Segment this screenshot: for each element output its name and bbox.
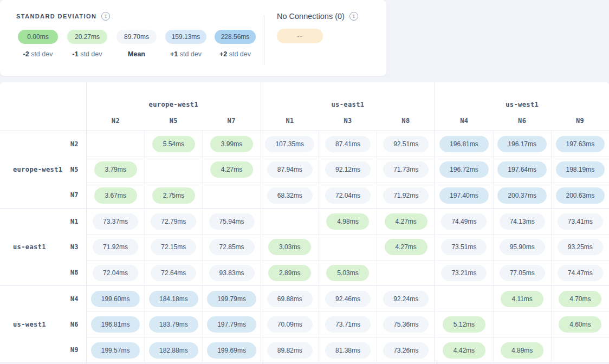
latency-cell[interactable]: 196.81ms xyxy=(87,312,144,337)
latency-cell[interactable]: 95.90ms xyxy=(493,235,551,259)
latency-cell[interactable]: 72.04ms xyxy=(87,261,144,285)
latency-pill[interactable]: 199.79ms xyxy=(207,291,256,307)
latency-pill[interactable]: 73.41ms xyxy=(558,213,603,230)
latency-pill[interactable]: 74.13ms xyxy=(500,213,545,230)
latency-pill[interactable]: 3.03ms xyxy=(268,239,311,255)
latency-pill[interactable]: 5.54ms xyxy=(152,136,195,152)
latency-cell[interactable]: 199.79ms xyxy=(202,286,260,311)
latency-cell[interactable]: 200.37ms xyxy=(493,183,551,208)
latency-cell[interactable]: 87.94ms xyxy=(261,157,319,182)
latency-pill[interactable]: 72.85ms xyxy=(209,239,255,255)
latency-pill[interactable]: 72.04ms xyxy=(93,265,138,281)
latency-pill[interactable]: 87.94ms xyxy=(267,161,313,178)
latency-cell[interactable]: 3.67ms xyxy=(87,183,144,208)
latency-pill[interactable]: 183.79ms xyxy=(149,316,198,333)
latency-cell[interactable]: 197.79ms xyxy=(202,312,260,337)
latency-cell[interactable]: 75.94ms xyxy=(202,209,260,234)
latency-pill[interactable]: 197.40ms xyxy=(439,187,489,204)
latency-pill[interactable]: 72.15ms xyxy=(151,239,196,255)
latency-cell[interactable]: 73.71ms xyxy=(319,312,377,337)
latency-cell[interactable]: 72.85ms xyxy=(202,235,260,259)
latency-cell[interactable]: 196.81ms xyxy=(435,131,493,157)
latency-cell[interactable]: 74.49ms xyxy=(435,209,493,234)
latency-pill[interactable]: 5.12ms xyxy=(443,316,485,333)
latency-cell[interactable]: 5.54ms xyxy=(144,131,202,157)
latency-cell[interactable]: 4.11ms xyxy=(493,286,551,311)
latency-cell[interactable]: 93.83ms xyxy=(202,261,260,285)
info-icon[interactable]: i xyxy=(349,12,358,21)
latency-pill[interactable]: 69.88ms xyxy=(267,291,313,307)
latency-pill[interactable]: 197.63ms xyxy=(556,136,605,152)
latency-pill[interactable]: 72.04ms xyxy=(325,187,371,204)
latency-pill[interactable]: 4.89ms xyxy=(501,342,543,359)
latency-cell[interactable]: 73.21ms xyxy=(435,261,493,285)
latency-pill[interactable]: 71.73ms xyxy=(383,161,429,178)
latency-cell[interactable]: 75.36ms xyxy=(377,312,435,337)
latency-cell[interactable]: 69.88ms xyxy=(261,286,319,311)
latency-pill[interactable]: 196.81ms xyxy=(439,136,489,152)
latency-pill[interactable]: 107.35ms xyxy=(265,136,314,152)
latency-pill[interactable]: 75.36ms xyxy=(383,316,429,333)
latency-pill[interactable]: 197.64ms xyxy=(497,161,547,178)
latency-cell[interactable]: 5.12ms xyxy=(435,312,493,337)
latency-cell[interactable]: 4.70ms xyxy=(551,286,609,311)
latency-cell[interactable]: 93.25ms xyxy=(551,235,609,259)
latency-cell[interactable]: 71.92ms xyxy=(377,183,435,208)
latency-pill[interactable]: 77.05ms xyxy=(500,265,545,281)
latency-pill[interactable]: 87.41ms xyxy=(325,136,371,152)
latency-pill[interactable]: 2.89ms xyxy=(268,265,311,281)
latency-cell[interactable]: 196.17ms xyxy=(493,131,551,157)
latency-cell[interactable]: 4.60ms xyxy=(551,312,609,337)
latency-pill[interactable]: 4.27ms xyxy=(385,239,427,255)
latency-cell[interactable]: 184.18ms xyxy=(144,286,202,311)
latency-cell[interactable]: 197.63ms xyxy=(551,131,609,157)
latency-cell[interactable]: 198.19ms xyxy=(551,157,609,182)
latency-cell[interactable]: 4.27ms xyxy=(202,157,260,182)
latency-cell[interactable]: 92.24ms xyxy=(377,286,435,311)
latency-cell[interactable]: 72.04ms xyxy=(319,183,377,208)
latency-cell[interactable]: 197.64ms xyxy=(493,157,551,182)
latency-pill[interactable]: 81.38ms xyxy=(325,342,371,359)
latency-cell[interactable]: 2.75ms xyxy=(144,183,202,208)
latency-pill[interactable]: 3.99ms xyxy=(210,136,253,152)
latency-pill[interactable]: 4.70ms xyxy=(559,291,601,307)
latency-cell[interactable]: 107.35ms xyxy=(261,131,319,157)
latency-cell[interactable]: 3.79ms xyxy=(87,157,144,182)
latency-pill[interactable]: 68.32ms xyxy=(267,187,313,204)
latency-cell[interactable]: 199.69ms xyxy=(202,338,260,363)
latency-pill[interactable]: 74.47ms xyxy=(558,265,603,281)
latency-pill[interactable]: 92.12ms xyxy=(325,161,371,178)
latency-cell[interactable]: 70.09ms xyxy=(261,312,319,337)
latency-cell[interactable]: 68.32ms xyxy=(261,183,319,208)
latency-cell[interactable]: 4.27ms xyxy=(377,235,435,259)
latency-pill[interactable]: 73.51ms xyxy=(441,239,487,255)
latency-cell[interactable]: 3.99ms xyxy=(202,131,260,157)
latency-pill[interactable]: 4.60ms xyxy=(559,316,601,333)
latency-cell[interactable]: 74.13ms xyxy=(493,209,551,234)
latency-cell[interactable]: 73.51ms xyxy=(435,235,493,259)
latency-cell[interactable]: 92.51ms xyxy=(377,131,435,157)
latency-cell[interactable]: 92.12ms xyxy=(319,157,377,182)
latency-pill[interactable]: 73.26ms xyxy=(383,342,429,359)
latency-cell[interactable]: 71.92ms xyxy=(87,235,144,259)
latency-pill[interactable]: 198.19ms xyxy=(556,161,605,178)
latency-cell[interactable]: 3.03ms xyxy=(261,235,319,259)
latency-pill[interactable]: 71.92ms xyxy=(383,187,429,204)
latency-cell[interactable]: 72.64ms xyxy=(144,261,202,285)
latency-cell[interactable]: 73.41ms xyxy=(551,209,609,234)
latency-pill[interactable]: 92.24ms xyxy=(383,291,429,307)
latency-pill[interactable]: 4.27ms xyxy=(385,213,427,230)
latency-pill[interactable]: 3.79ms xyxy=(94,161,137,178)
latency-pill[interactable]: 72.79ms xyxy=(151,213,196,230)
latency-pill[interactable]: 74.49ms xyxy=(441,213,487,230)
latency-pill[interactable]: 92.51ms xyxy=(383,136,429,152)
latency-pill[interactable]: 5.03ms xyxy=(326,265,369,281)
latency-pill[interactable]: 2.75ms xyxy=(152,187,195,204)
latency-pill[interactable]: 92.46ms xyxy=(325,291,371,307)
latency-cell[interactable]: 199.60ms xyxy=(87,286,144,311)
latency-cell[interactable]: 72.79ms xyxy=(144,209,202,234)
latency-cell[interactable]: 182.88ms xyxy=(144,338,202,363)
latency-cell[interactable]: 87.41ms xyxy=(319,131,377,157)
latency-cell[interactable]: 196.72ms xyxy=(435,157,493,182)
latency-pill[interactable]: 199.69ms xyxy=(207,342,256,359)
